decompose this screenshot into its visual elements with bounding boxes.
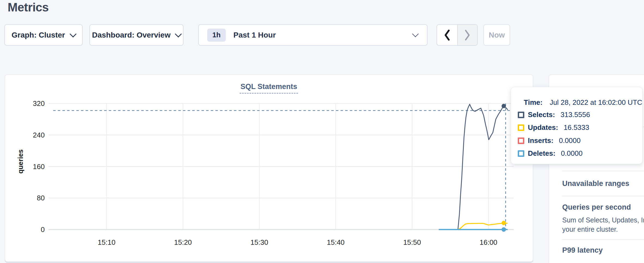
chevron-down-icon: [70, 30, 76, 37]
tooltip-row-label: Updates:: [528, 123, 558, 132]
inserts-series-swatch: [518, 137, 524, 144]
page-title: Metrics: [8, 1, 49, 14]
graph-dropdown-label: Graph: Cluster: [11, 31, 65, 39]
selects-series-swatch: [518, 112, 524, 118]
next-time-button[interactable]: [457, 25, 477, 45]
chevron-left-icon: [443, 29, 451, 41]
deletes-series-swatch: [518, 150, 524, 157]
tooltip-row-value: 313.5556: [561, 111, 590, 119]
description-line: your entire cluster.: [562, 225, 644, 234]
tooltip-row-value: 0.0000: [559, 136, 581, 145]
chevron-right-icon: [463, 29, 471, 41]
tooltip-time-row: Time: Jul 28, 2022 at 16:02:00 UTC: [524, 98, 642, 107]
description-line: Sum of Selects, Updates, Inser: [562, 215, 644, 225]
tooltip-row-inserts: Inserts: 0.0000: [518, 136, 580, 145]
tooltip-row-value: 0.0000: [561, 149, 583, 158]
sidebar-item-p99-latency[interactable]: P99 latency: [562, 246, 603, 255]
y-axis-label: queries: [17, 149, 25, 174]
time-range-dropdown[interactable]: 1h Past 1 Hour: [198, 24, 428, 46]
tooltip-row-value: 16.5333: [564, 123, 589, 132]
sidebar-divider: [562, 171, 644, 171]
prev-time-button[interactable]: [437, 25, 457, 45]
chart-tooltip: Time: Jul 28, 2022 at 16:02:00 UTC Selec…: [511, 87, 643, 164]
tooltip-row-deletes: Deletes: 0.0000: [518, 149, 583, 158]
now-button-label: Now: [489, 31, 505, 39]
chevron-down-icon: [175, 30, 182, 37]
queries-per-second-description: Sum of Selects, Updates, Inser your enti…: [562, 215, 644, 234]
tooltip-row-label: Deletes:: [528, 149, 555, 158]
tooltip-row-updates: Updates: 16.5333: [518, 123, 589, 132]
dashboard-dropdown[interactable]: Dashboard: Overview: [89, 24, 183, 46]
tooltip-time-value: Jul 28, 2022 at 16:02:00 UTC: [550, 98, 642, 107]
sidebar-item-unavailable-ranges[interactable]: Unavailable ranges: [562, 179, 629, 188]
updates-series-swatch: [518, 124, 524, 131]
chevron-down-icon: [412, 30, 419, 37]
dashboard-dropdown-label: Dashboard: Overview: [92, 31, 171, 39]
now-button[interactable]: Now: [483, 24, 510, 46]
sidebar-item-queries-per-second[interactable]: Queries per second: [562, 203, 631, 212]
chart-title[interactable]: SQL Statements: [240, 82, 298, 94]
time-range-label: Past 1 Hour: [233, 31, 276, 39]
tooltip-row-label: Inserts:: [528, 136, 553, 145]
sidebar-divider: [562, 196, 644, 196]
graph-dropdown[interactable]: Graph: Cluster: [4, 24, 83, 46]
tooltip-row-selects: Selects: 313.5556: [518, 111, 590, 119]
tooltip-row-label: Selects:: [528, 111, 555, 119]
tooltip-time-label: Time:: [524, 98, 543, 107]
sql-statements-chart-card: [5, 74, 533, 262]
time-nav-group: [437, 24, 478, 46]
sidebar-divider: [562, 239, 644, 240]
time-range-badge: 1h: [207, 29, 226, 42]
